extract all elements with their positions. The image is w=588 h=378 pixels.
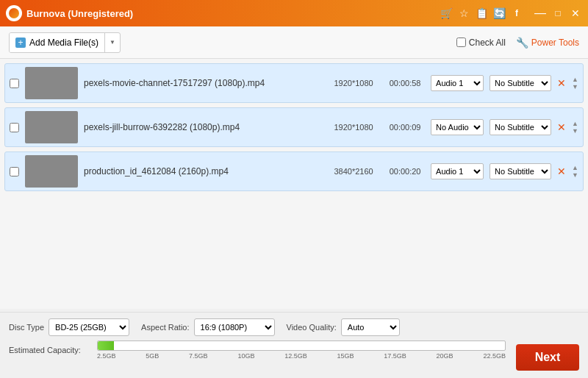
add-media-label: Add Media File(s) (29, 38, 98, 48)
aspect-ratio-select[interactable]: 16:9 (1080P)4:316:9 (720P) (194, 318, 275, 336)
capacity-tick: 15GB (337, 352, 354, 360)
capacity-bar (97, 340, 506, 351)
aspect-ratio-label: Aspect Ratio: (141, 323, 189, 332)
app-title: Burnova (Unregistered) (26, 8, 440, 19)
maximize-btn[interactable]: □ (551, 7, 564, 20)
disc-type-group: Disc Type BD-25 (25GB)BD-50 (50GB)DVD-5 … (9, 318, 129, 336)
add-media-dropdown-arrow[interactable]: ▼ (105, 33, 120, 52)
reorder-buttons-2: ▲ ▼ (572, 165, 578, 179)
check-all-text: Check All (469, 38, 506, 48)
capacity-tick: 22.5GB (483, 352, 506, 360)
clipboard-icon[interactable]: 📋 (475, 7, 488, 20)
capacity-tick: 20GB (437, 352, 453, 360)
titlebar-icons: 🛒 ☆ 📋 🔄 f — □ ✕ (440, 7, 582, 20)
remove-button-1[interactable]: ✕ (557, 122, 566, 132)
audio-select-0[interactable]: Audio 1 No Audio (431, 75, 484, 91)
check-all-checkbox[interactable] (456, 38, 466, 47)
resolution-2: 3840*2160 (328, 167, 379, 176)
add-media-main[interactable]: + Add Media File(s) (10, 33, 105, 52)
remove-button-0[interactable]: ✕ (557, 78, 566, 88)
reorder-buttons-0: ▲ ▼ (572, 76, 578, 90)
reorder-buttons-1: ▲ ▼ (572, 121, 578, 135)
duration-1: 00:00:09 (385, 123, 425, 132)
wrench-icon: 🔧 (516, 37, 528, 49)
plus-icon: + (15, 38, 26, 48)
move-down-1[interactable]: ▼ (572, 128, 578, 135)
resolution-0: 1920*1080 (328, 79, 379, 88)
move-down-0[interactable]: ▼ (572, 84, 578, 90)
capacity-tick: 12.5GB (284, 352, 307, 360)
capacity-tick: 10GB (237, 352, 254, 360)
media-list: pexels-movie-channet-17517297 (1080p).mp… (0, 59, 588, 309)
bottom-bar: Disc Type BD-25 (25GB)BD-50 (50GB)DVD-5 … (0, 312, 588, 378)
capacity-row: Estimated Capacity: 2.5GB5GB7.5GB10GB12.… (0, 339, 588, 363)
move-down-2[interactable]: ▼ (572, 172, 578, 179)
disc-type-select[interactable]: BD-25 (25GB)BD-50 (50GB)DVD-5 (4.7GB)DVD… (49, 318, 129, 336)
audio-select-1[interactable]: No Audio Audio 1 (431, 119, 484, 135)
row-checkbox-1[interactable] (10, 123, 19, 132)
settings-row: Disc Type BD-25 (25GB)BD-50 (50GB)DVD-5 … (0, 313, 588, 339)
thumbnail-2 (25, 155, 78, 188)
capacity-tick: 7.5GB (189, 352, 208, 360)
filename-2: production_id_4612084 (2160p).mp4 (84, 166, 322, 176)
refresh-icon[interactable]: 🔄 (492, 7, 506, 20)
close-btn[interactable]: ✕ (569, 7, 582, 20)
subtitle-select-0[interactable]: No Subtitle (490, 75, 551, 91)
video-quality-select[interactable]: AutoHighMediumLow (341, 318, 400, 336)
duration-0: 00:00:58 (385, 79, 425, 88)
facebook-icon[interactable]: f (510, 7, 523, 20)
filename-0: pexels-movie-channet-17517297 (1080p).mp… (84, 78, 322, 88)
video-quality-group: Video Quality: AutoHighMediumLow (287, 318, 400, 336)
capacity-bar-fill (98, 341, 114, 350)
capacity-ticks: 2.5GB5GB7.5GB10GB12.5GB15GB17.5GB20GB22.… (97, 352, 506, 360)
power-tools-label: Power Tools (531, 38, 579, 48)
toolbar-right: Check All 🔧 Power Tools (456, 37, 579, 49)
capacity-tick: 17.5GB (384, 352, 406, 360)
toolbar: + Add Media File(s) ▼ Check All 🔧 Power … (0, 26, 588, 59)
minimize-btn[interactable]: — (534, 7, 547, 20)
capacity-label: Estimated Capacity: (9, 346, 90, 354)
media-row: pexels-movie-channet-17517297 (1080p).mp… (4, 63, 584, 103)
capacity-tick: 5GB (146, 352, 159, 360)
media-row: production_id_4612084 (2160p).mp4 3840*2… (4, 151, 584, 191)
disc-type-label: Disc Type (9, 323, 44, 332)
audio-select-2[interactable]: Audio 1 No Audio (431, 163, 484, 179)
move-up-2[interactable]: ▲ (572, 165, 578, 171)
media-row: pexels-jill-burrow-6392282 (1080p).mp4 1… (4, 107, 584, 147)
remove-button-2[interactable]: ✕ (557, 166, 566, 176)
filename-1: pexels-jill-burrow-6392282 (1080p).mp4 (84, 122, 322, 132)
video-quality-label: Video Quality: (287, 323, 337, 332)
titlebar: Burnova (Unregistered) 🛒 ☆ 📋 🔄 f — □ ✕ (0, 0, 588, 26)
subtitle-select-1[interactable]: No Subtitle (490, 119, 551, 135)
aspect-ratio-group: Aspect Ratio: 16:9 (1080P)4:316:9 (720P) (141, 318, 274, 336)
next-button[interactable]: Next (516, 344, 579, 371)
app-logo (6, 5, 22, 21)
move-up-1[interactable]: ▲ (572, 121, 578, 127)
capacity-tick: 2.5GB (97, 352, 116, 360)
resolution-1: 1920*1080 (328, 123, 379, 132)
subtitle-select-2[interactable]: No Subtitle (490, 163, 551, 179)
row-checkbox-2[interactable] (10, 167, 19, 176)
star-icon[interactable]: ☆ (457, 7, 470, 20)
thumbnail-1 (25, 111, 78, 143)
add-media-button[interactable]: + Add Media File(s) ▼ (9, 32, 121, 53)
thumbnail-0 (25, 67, 78, 99)
power-tools-button[interactable]: 🔧 Power Tools (516, 37, 579, 49)
row-checkbox-0[interactable] (10, 79, 19, 88)
cart-icon[interactable]: 🛒 (440, 7, 453, 20)
duration-2: 00:00:20 (385, 167, 425, 176)
check-all-label[interactable]: Check All (456, 38, 506, 48)
move-up-0[interactable]: ▲ (572, 76, 578, 83)
